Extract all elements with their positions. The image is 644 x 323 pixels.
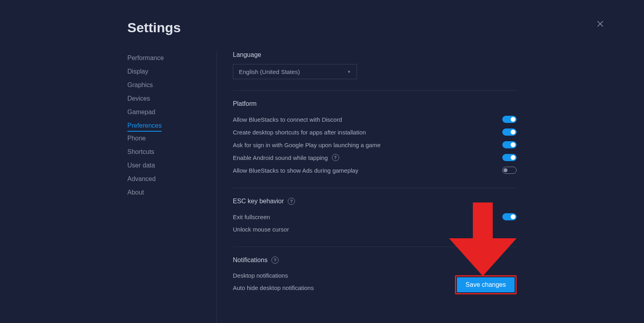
close-icon[interactable]	[596, 20, 604, 28]
platform-2-label: Ask for sign in with Google Play upon la…	[233, 142, 381, 148]
page-title: Settings	[127, 20, 517, 35]
esc-1-label: Unlock mouse cursor	[233, 226, 289, 233]
sidebar-item-user-data[interactable]: User data	[127, 159, 209, 172]
notif-1-label: Auto hide desktop notifications	[233, 284, 314, 291]
platform-0-label-text: Allow BlueStacks to connect with Discord	[233, 116, 342, 123]
sidebar-item-about[interactable]: About	[127, 186, 209, 199]
platform-header: Platform	[233, 100, 517, 107]
platform-4-label: Allow BlueStacks to show Ads during game…	[233, 167, 358, 174]
sidebar-item-phone[interactable]: Phone	[127, 132, 209, 145]
help-icon[interactable]: ?	[288, 198, 295, 205]
sidebar-item-shortcuts[interactable]: Shortcuts	[127, 145, 209, 159]
sidebar-item-advanced[interactable]: Advanced	[127, 172, 209, 186]
esc-0-toggle[interactable]	[502, 213, 517, 220]
platform-4-row: Allow BlueStacks to show Ads during game…	[233, 164, 517, 177]
notifications-header: Notifications ?	[233, 257, 517, 264]
platform-1-label-text: Create desktop shortcuts for apps after …	[233, 129, 366, 136]
language-select[interactable]: English (United States) ▼	[233, 64, 357, 79]
esc-1-row: Unlock mouse cursor	[233, 223, 517, 235]
esc-0-row: Exit fullscreen	[233, 210, 517, 223]
sidebar-item-display[interactable]: Display	[127, 65, 209, 78]
platform-3-label-text: Enable Android sound while tapping	[233, 154, 328, 161]
platform-3-toggle[interactable]	[502, 154, 517, 161]
language-selected-value: English (United States)	[239, 68, 300, 75]
esc-section: ESC key behavior ? Exit fullscreenUnlock…	[233, 198, 517, 247]
platform-1-toggle[interactable]	[502, 128, 517, 136]
sidebar-item-graphics[interactable]: Graphics	[127, 78, 209, 92]
platform-4-label-text: Allow BlueStacks to show Ads during game…	[233, 167, 358, 174]
sidebar-item-performance[interactable]: Performance	[127, 51, 209, 65]
platform-2-label-text: Ask for sign in with Google Play upon la…	[233, 142, 381, 148]
notifications-header-label: Notifications	[233, 257, 267, 264]
sidebar-item-gamepad[interactable]: Gamepad	[127, 105, 209, 119]
esc-0-label-text: Exit fullscreen	[233, 214, 270, 220]
help-icon[interactable]: ?	[271, 257, 279, 264]
platform-0-toggle[interactable]	[502, 116, 517, 123]
esc-header-label: ESC key behavior	[233, 198, 284, 205]
caret-down-icon: ▼	[347, 70, 351, 74]
platform-4-toggle[interactable]	[502, 167, 517, 174]
platform-1-label: Create desktop shortcuts for apps after …	[233, 129, 366, 136]
notif-1-label-text: Auto hide desktop notifications	[233, 284, 314, 291]
help-icon[interactable]: ?	[332, 154, 339, 161]
notif-0-label-text: Desktop notifications	[233, 272, 288, 279]
language-section: Language English (United States) ▼	[233, 51, 517, 91]
save-changes-button[interactable]: Save changes	[457, 277, 515, 292]
platform-0-label: Allow BlueStacks to connect with Discord	[233, 116, 342, 123]
platform-2-row: Ask for sign in with Google Play upon la…	[233, 138, 517, 151]
save-button-highlight: Save changes	[455, 275, 517, 294]
platform-1-row: Create desktop shortcuts for apps after …	[233, 126, 517, 138]
platform-3-row: Enable Android sound while tapping?	[233, 151, 517, 164]
platform-2-toggle[interactable]	[502, 141, 517, 148]
language-header: Language	[233, 51, 517, 58]
esc-header: ESC key behavior ?	[233, 198, 517, 205]
platform-0-row: Allow BlueStacks to connect with Discord	[233, 113, 517, 126]
content-area: Language English (United States) ▼ Platf…	[217, 51, 517, 323]
platform-section: Platform Allow BlueStacks to connect wit…	[233, 100, 517, 188]
sidebar: PerformanceDisplayGraphicsDevicesGamepad…	[127, 51, 217, 323]
sidebar-item-preferences[interactable]: Preferences	[127, 119, 162, 132]
sidebar-item-devices[interactable]: Devices	[127, 92, 209, 105]
platform-3-label: Enable Android sound while tapping?	[233, 154, 339, 161]
notif-0-label: Desktop notifications	[233, 272, 288, 279]
esc-0-label: Exit fullscreen	[233, 214, 270, 220]
esc-1-label-text: Unlock mouse cursor	[233, 226, 289, 233]
